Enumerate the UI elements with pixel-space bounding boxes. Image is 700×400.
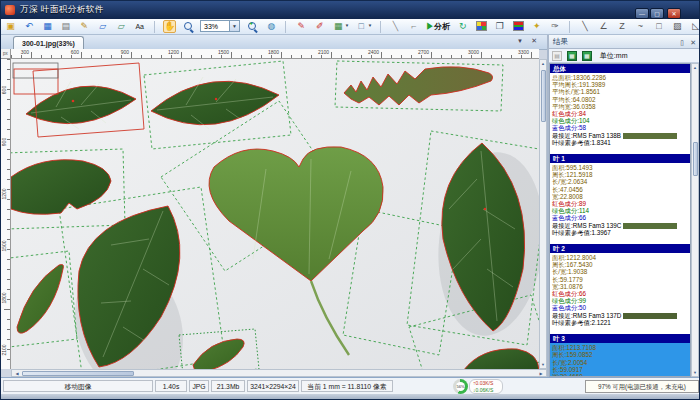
scrollbar-thumb[interactable] <box>541 70 546 122</box>
region-dropdown-icon[interactable]: ▼ <box>368 19 372 32</box>
open-file-icon[interactable]: ▣ <box>4 20 17 33</box>
result-section-header[interactable]: 叶 3 <box>550 334 690 343</box>
result-row[interactable]: 绿色成分:99 <box>552 297 690 304</box>
palette-grid-icon[interactable] <box>476 21 487 31</box>
ruler-tick <box>7 299 10 300</box>
result-row[interactable]: 蓝色成分:50 <box>552 304 690 311</box>
canvas-horizontal-scrollbar[interactable]: ◀ ▶ <box>11 369 547 377</box>
scroll-up-icon[interactable]: ▲ <box>540 61 546 66</box>
join-tool-icon[interactable]: ⌐ <box>407 20 420 33</box>
panel-close-icon[interactable]: ✕ <box>690 36 696 50</box>
result-row[interactable]: 叶绿素参考值:2.1221 <box>552 319 690 326</box>
curve-measure-icon[interactable]: ~ <box>634 20 647 33</box>
minimize-button[interactable]: — <box>635 8 649 19</box>
dropper-icon[interactable]: ✑ <box>549 20 562 33</box>
snap-tool-icon[interactable]: ╲ <box>389 20 402 33</box>
result-row[interactable]: 红色成分:84 <box>552 110 690 117</box>
result-row[interactable]: 红色成分:66 <box>552 290 690 297</box>
result-row[interactable]: 绿色成分:114 <box>552 207 690 214</box>
save-icon[interactable]: ▦ <box>41 20 54 33</box>
export-excel-icon[interactable]: ▦ <box>567 51 577 61</box>
result-row[interactable]: 平均长/宽:1.8561 <box>552 88 690 95</box>
hand-tool-icon[interactable]: ✋ <box>163 20 176 33</box>
result-row[interactable]: 蓝色成分:58 <box>552 124 690 131</box>
result-row[interactable]: 长:59.1779 <box>552 276 690 283</box>
result-row[interactable]: 蓝色成分:66 <box>552 214 690 221</box>
copy-doc-icon[interactable]: ▱ <box>115 20 128 33</box>
result-row[interactable]: 周长:159.0852 <box>552 351 690 358</box>
export-doc-icon[interactable]: ▱ <box>96 20 109 33</box>
result-row[interactable]: 平均宽:36.0358 <box>552 103 690 110</box>
result-row[interactable]: 长/宽:1.9038 <box>552 268 690 275</box>
tab-close-icon[interactable]: ✕ <box>531 37 537 45</box>
region-tool-icon[interactable]: □ <box>355 20 368 33</box>
canvas-vertical-scrollbar[interactable]: ▲ ▼ <box>539 59 547 369</box>
results-list[interactable]: 总体总面积:18306.2286平均周长:191.3989平均长/宽:1.856… <box>549 63 691 377</box>
result-row[interactable]: 长:47.0456 <box>552 186 690 193</box>
rgb-bars-icon[interactable] <box>513 21 524 31</box>
result-section-header[interactable]: 总体 <box>550 64 690 73</box>
dashed-rect-icon[interactable]: ▨ <box>671 20 684 33</box>
undo-icon[interactable]: ↶ <box>22 20 35 33</box>
image-canvas[interactable] <box>11 59 539 369</box>
result-section-header[interactable]: 叶 1 <box>550 154 690 163</box>
tab-list-dropdown-icon[interactable]: ▼ <box>517 38 523 44</box>
line-measure-icon[interactable]: ╲ <box>579 20 592 33</box>
zoom-level-select[interactable]: 33%▼ <box>200 20 240 32</box>
result-row[interactable]: 红色成分:89 <box>552 200 690 207</box>
mark-pick-icon[interactable]: ✐ <box>313 20 326 33</box>
fit-view-icon[interactable]: ◍ <box>265 20 278 33</box>
print-icon[interactable]: ▤ <box>59 20 72 33</box>
result-row[interactable]: 长/宽:2.0634 <box>552 178 690 185</box>
grid-dropdown-icon[interactable]: ▼ <box>345 19 349 32</box>
mark-edit-icon[interactable]: ✎ <box>295 20 308 33</box>
result-row[interactable]: 面积:1212.8004 <box>552 254 690 261</box>
result-row[interactable]: 平均周长:191.3989 <box>552 81 690 88</box>
maximize-button[interactable]: ▢ <box>650 8 664 19</box>
document-tab[interactable]: 300-01.jpg(33%) <box>13 36 84 50</box>
result-section-header[interactable]: 叶 2 <box>550 244 690 253</box>
zoom-in-icon[interactable]: + <box>246 20 259 33</box>
result-row[interactable]: 最接近:RMS Fam3 139C <box>552 222 690 229</box>
polyline-measure-icon[interactable]: Z <box>615 20 628 33</box>
result-row[interactable]: 宽:22.8008 <box>552 193 690 200</box>
export-excel-all-icon[interactable]: ▦ <box>582 51 592 61</box>
result-row[interactable]: 宽:31.0876 <box>552 283 690 290</box>
result-row[interactable]: 叶绿素参考值:1.8341 <box>552 139 690 146</box>
pencil-icon[interactable]: ✎ <box>78 20 91 33</box>
result-row[interactable]: 周长:167.5430 <box>552 261 690 268</box>
result-row[interactable]: 总面积:18306.2286 <box>552 74 690 81</box>
scroll-right-icon[interactable]: ▶ <box>537 371 545 376</box>
refresh-icon[interactable]: ↻ <box>456 20 469 33</box>
result-row[interactable]: 最接近:RMS Fam3 137D <box>552 312 690 319</box>
key-icon[interactable]: ✦ <box>530 20 543 33</box>
scrollbar-thumb[interactable] <box>22 371 134 376</box>
scroll-up-icon[interactable]: ▲ <box>692 65 698 70</box>
analyze-button[interactable]: ▶分析 <box>426 20 450 33</box>
ruler-tick <box>161 55 162 58</box>
result-row[interactable]: 平均长:64.0802 <box>552 96 690 103</box>
triangle-measure-icon[interactable]: ◺ <box>689 20 700 33</box>
zoom-dropdown-icon[interactable]: ▼ <box>229 21 239 31</box>
close-button[interactable]: ✕ <box>667 8 681 19</box>
angle-measure-icon[interactable]: ∠ <box>597 20 610 33</box>
result-row[interactable]: 最接近:RMS Fam3 138B <box>552 132 690 139</box>
results-scrollbar[interactable]: ▲ ▼ <box>691 63 699 377</box>
pin-icon[interactable]: ▯ <box>680 36 684 50</box>
grid-tool-icon[interactable]: ▦ <box>332 20 345 33</box>
result-row[interactable]: 叶绿素参考值:1.3967 <box>552 229 690 236</box>
scrollbar-thumb[interactable] <box>693 142 698 176</box>
result-row[interactable]: 长:59.0917 <box>552 366 690 373</box>
rect-measure-icon[interactable]: □ <box>652 20 665 33</box>
result-row[interactable]: 长/宽:2.0054 <box>552 359 690 366</box>
result-row[interactable]: 面积:595.1493 <box>552 164 690 171</box>
scroll-down-icon[interactable]: ▼ <box>692 370 698 375</box>
result-row[interactable]: 周长:121.5918 <box>552 171 690 178</box>
scroll-left-icon[interactable]: ◀ <box>13 371 21 376</box>
result-row[interactable]: 面积:1213.7108 <box>552 344 690 351</box>
result-row[interactable]: 绿色成分:104 <box>552 117 690 124</box>
scroll-down-icon[interactable]: ▼ <box>540 362 546 367</box>
zoom-tool-icon[interactable] <box>182 20 195 33</box>
text-tool-icon[interactable]: Aa <box>133 20 146 33</box>
window-layout-icon[interactable]: ❐ <box>493 20 506 33</box>
